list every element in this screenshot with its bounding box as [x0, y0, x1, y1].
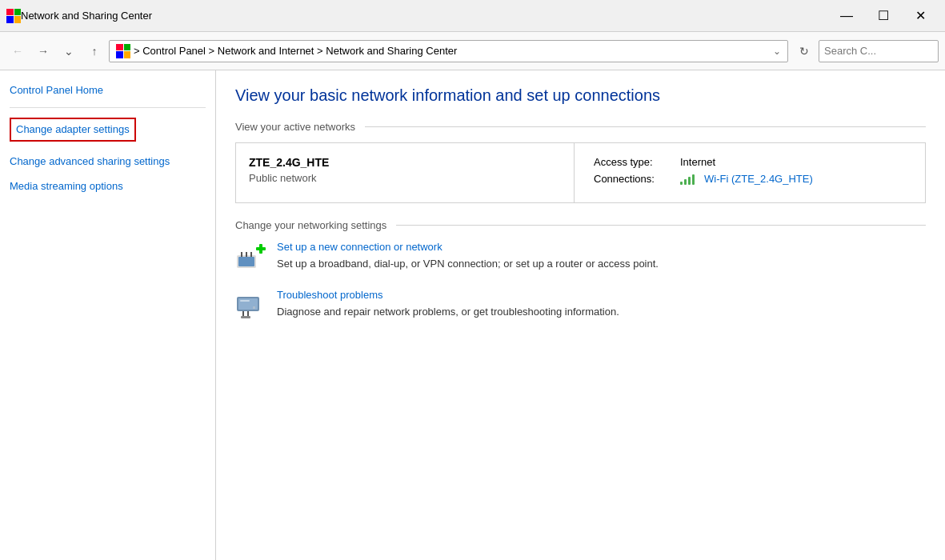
refresh-button[interactable]: ↻	[793, 40, 815, 62]
app-icon	[6, 9, 21, 23]
wifi-link[interactable]: Wi-Fi (ZTE_2.4G_HTE)	[704, 173, 813, 185]
svg-rect-6	[259, 244, 262, 254]
minimize-button[interactable]: —	[828, 3, 865, 29]
sidebar-item-change-adapter[interactable]: Change adapter settings	[10, 118, 136, 142]
sidebar: Control Panel Home Change adapter settin…	[0, 70, 216, 560]
svg-rect-13	[241, 316, 250, 318]
network-left: ZTE_2.4G_HTE Public network	[236, 143, 575, 202]
connections-label: Connections:	[594, 173, 674, 185]
sidebar-item-media-streaming[interactable]: Media streaming options	[10, 179, 206, 194]
back-button[interactable]: ←	[6, 40, 29, 62]
sidebar-divider	[10, 107, 206, 108]
search-box[interactable]: 🔍	[819, 40, 939, 62]
down-button[interactable]: ⌄	[58, 40, 80, 62]
active-networks-header: View your active networks	[235, 121, 926, 133]
troubleshoot-text: Troubleshoot problems Diagnose and repai…	[277, 289, 926, 320]
new-connection-icon	[235, 241, 267, 273]
troubleshoot-svg	[235, 289, 267, 321]
new-connection-svg	[235, 241, 267, 273]
forward-button[interactable]: →	[32, 40, 54, 62]
address-icon	[116, 44, 130, 58]
access-type-row: Access type: Internet	[594, 156, 906, 168]
new-connection-link[interactable]: Set up a new connection or network	[277, 241, 926, 253]
breadcrumb-chevron[interactable]: ⌄	[773, 46, 781, 57]
content-area: View your basic network information and …	[216, 70, 945, 560]
sidebar-item-change-advanced[interactable]: Change advanced sharing settings	[10, 154, 206, 169]
page-title: View your basic network information and …	[235, 86, 926, 105]
addressbar: ← → ⌄ ↑ > Control Panel > Network and In…	[0, 32, 945, 70]
window-title: Network and Sharing Center	[21, 10, 828, 22]
settings-item-new-connection: Set up a new connection or network Set u…	[235, 241, 926, 273]
new-connection-text: Set up a new connection or network Set u…	[277, 241, 926, 272]
main-layout: Control Panel Home Change adapter settin…	[0, 70, 945, 560]
change-settings-label: Change your networking settings	[235, 219, 386, 231]
troubleshoot-icon	[235, 289, 267, 321]
search-input[interactable]	[824, 45, 945, 57]
access-type-label: Access type:	[594, 156, 674, 168]
access-type-value: Internet	[680, 156, 715, 168]
change-settings-header: Change your networking settings	[235, 219, 926, 231]
section-line	[365, 126, 926, 127]
new-connection-desc: Set up a broadband, dial-up, or VPN conn…	[277, 258, 659, 270]
svg-rect-10	[240, 300, 250, 302]
window-controls: — ☐ ✕	[828, 3, 939, 29]
network-type: Public network	[249, 172, 561, 184]
section-line-2	[396, 225, 926, 226]
close-button[interactable]: ✕	[902, 3, 939, 29]
maximize-button[interactable]: ☐	[865, 3, 902, 29]
svg-rect-9	[253, 306, 255, 309]
network-right: Access type: Internet Connections: Wi-Fi…	[575, 143, 925, 202]
connections-row: Connections: Wi-Fi (ZTE_2.4G_HTE)	[594, 173, 906, 185]
settings-item-troubleshoot: Troubleshoot problems Diagnose and repai…	[235, 289, 926, 321]
svg-rect-1	[238, 257, 254, 266]
breadcrumb-text: > Control Panel > Network and Internet >…	[134, 45, 770, 57]
up-button[interactable]: ↑	[83, 40, 106, 62]
address-box[interactable]: > Control Panel > Network and Internet >…	[109, 40, 788, 62]
settings-section: Set up a new connection or network Set u…	[235, 241, 926, 321]
network-card: ZTE_2.4G_HTE Public network Access type:…	[235, 142, 926, 203]
troubleshoot-desc: Diagnose and repair network problems, or…	[277, 306, 619, 318]
titlebar: Network and Sharing Center — ☐ ✕	[0, 0, 945, 32]
network-name: ZTE_2.4G_HTE	[249, 156, 561, 169]
sidebar-item-home[interactable]: Control Panel Home	[10, 83, 206, 98]
troubleshoot-link[interactable]: Troubleshoot problems	[277, 289, 926, 301]
active-networks-label: View your active networks	[235, 121, 355, 133]
wifi-signal-icon	[680, 174, 695, 185]
